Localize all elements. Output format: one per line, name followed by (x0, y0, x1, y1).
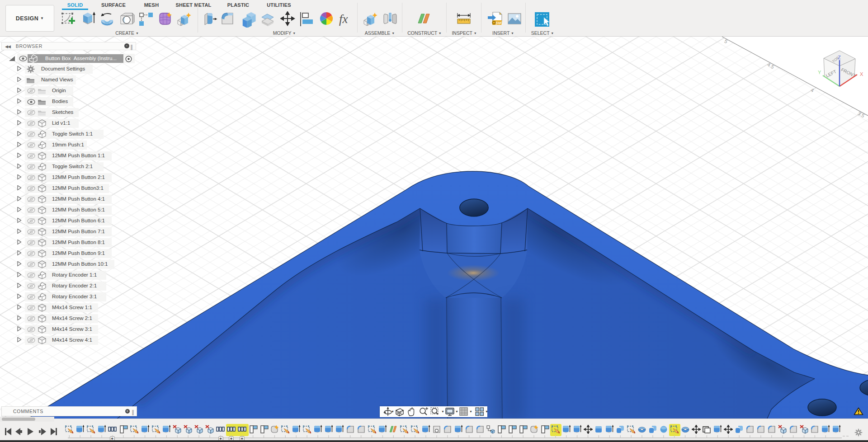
svg-text:SVG: SVG (495, 21, 503, 25)
svg-text:fx: fx (339, 12, 348, 26)
svg-text:Y: Y (818, 70, 821, 75)
svg-text:X: X (860, 71, 863, 77)
svg-text:Z: Z (838, 55, 841, 60)
